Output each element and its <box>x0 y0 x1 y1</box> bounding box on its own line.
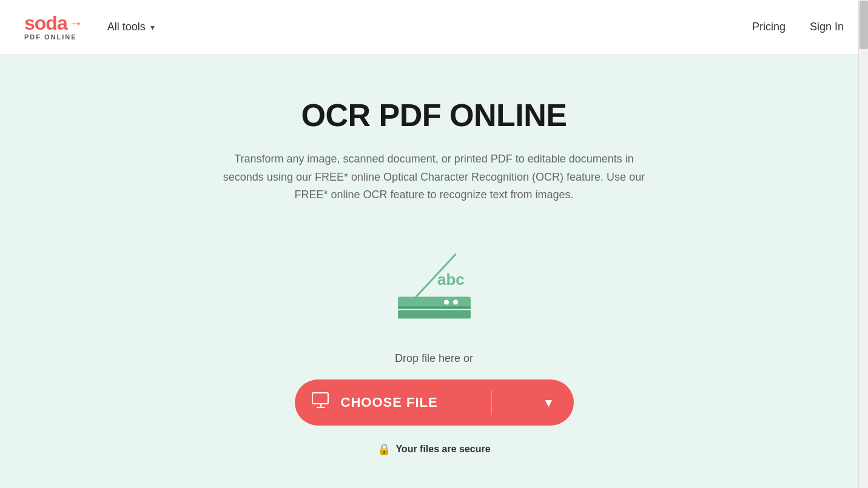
logo-top: soda → <box>24 13 83 33</box>
svg-text:abc: abc <box>437 270 465 289</box>
choose-file-left: CHOOSE FILE <box>312 392 438 413</box>
ocr-scanner-icon: abc <box>386 235 483 332</box>
svg-rect-2 <box>398 307 471 309</box>
header: soda → PDF ONLINE All tools ▾ Pricing Si… <box>0 0 868 55</box>
logo: soda → PDF ONLINE <box>24 13 83 41</box>
svg-point-4 <box>453 300 458 305</box>
sign-in-link[interactable]: Sign In <box>810 21 844 33</box>
svg-rect-0 <box>398 297 471 308</box>
chevron-down-icon: ▾ <box>150 22 155 32</box>
logo-arrow-icon: → <box>69 16 83 30</box>
choose-file-divider <box>491 390 492 415</box>
header-right: Pricing Sign In <box>752 21 844 33</box>
logo-brand: soda <box>24 13 67 33</box>
scrollbar-thumb[interactable] <box>860 1 868 49</box>
drop-zone-text: Drop file here or <box>395 352 473 365</box>
all-tools-button[interactable]: All tools ▾ <box>107 21 155 33</box>
svg-point-3 <box>444 300 449 305</box>
chevron-down-icon: ▾ <box>545 395 552 410</box>
secure-text-label: Your files are secure <box>395 444 490 455</box>
choose-file-button[interactable]: CHOOSE FILE ▾ <box>295 379 574 426</box>
scrollbar[interactable] <box>858 0 868 488</box>
monitor-icon <box>312 392 330 413</box>
secure-files-section: 🔒 Your files are secure <box>377 443 490 456</box>
lock-icon: 🔒 <box>377 443 391 456</box>
pricing-link[interactable]: Pricing <box>752 21 786 33</box>
svg-rect-7 <box>312 393 328 404</box>
main-content: OCR PDF ONLINE Transform any image, scan… <box>0 55 868 488</box>
page-description: Transform any image, scanned document, o… <box>222 150 647 204</box>
svg-rect-1 <box>398 310 471 319</box>
page-title: OCR PDF ONLINE <box>301 97 567 133</box>
choose-file-label: CHOOSE FILE <box>341 395 438 410</box>
header-left: soda → PDF ONLINE All tools ▾ <box>24 13 155 41</box>
all-tools-label: All tools <box>107 21 146 33</box>
monitor-svg <box>312 392 330 409</box>
logo-sub: PDF ONLINE <box>24 34 83 41</box>
scanner-icon-wrapper: abc <box>386 235 483 334</box>
